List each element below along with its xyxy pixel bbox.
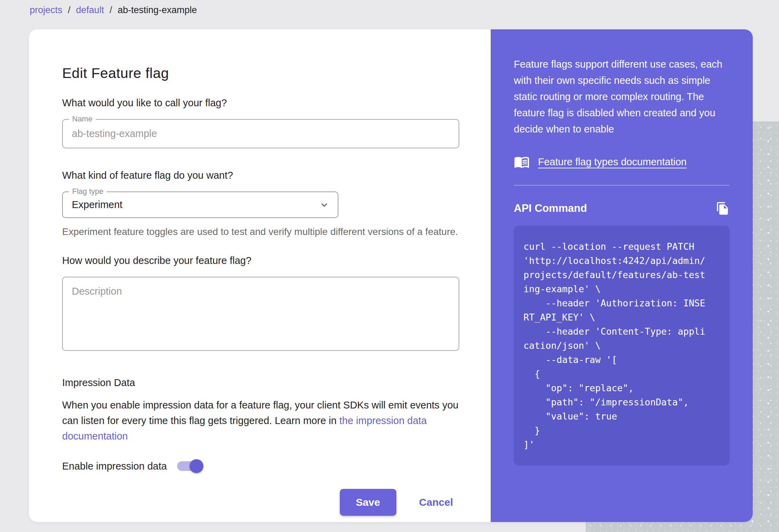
- breadcrumb-link-projects[interactable]: projects: [30, 5, 62, 16]
- name-question-label: What would you like to call your flag?: [62, 97, 458, 109]
- feature-flag-types-docs-link[interactable]: Feature flag types documentation: [538, 156, 686, 168]
- cancel-button[interactable]: Cancel: [418, 493, 454, 512]
- name-field-label: Name: [69, 115, 96, 124]
- flag-type-select[interactable]: Flag type Experiment: [62, 191, 338, 218]
- page-title: Edit Feature flag: [62, 65, 458, 81]
- flag-type-helper-text: Experiment feature toggles are used to t…: [62, 225, 459, 238]
- sidebar-divider: [514, 185, 730, 186]
- edit-feature-flag-form: Edit Feature flag What would you like to…: [29, 29, 491, 522]
- copy-button[interactable]: [716, 201, 730, 215]
- chevron-down-icon: [318, 199, 330, 211]
- breadcrumb-current: ab-testing-example: [118, 5, 197, 16]
- book-icon: [514, 154, 530, 170]
- info-sidebar: Feature flags support different use case…: [491, 29, 753, 522]
- enable-impression-toggle[interactable]: [177, 458, 201, 474]
- sidebar-description: Feature flags support different use case…: [514, 56, 730, 137]
- impression-data-description: When you enable impression data for a fe…: [62, 397, 459, 444]
- toggle-thumb: [190, 459, 203, 473]
- enable-impression-label: Enable impression data: [62, 461, 167, 472]
- name-input[interactable]: [63, 120, 459, 148]
- flag-type-label: Flag type: [69, 187, 107, 196]
- type-question-label: What kind of feature flag do you want?: [62, 170, 458, 181]
- breadcrumb-separator: /: [68, 5, 71, 16]
- breadcrumb-separator: /: [109, 5, 112, 16]
- save-button[interactable]: Save: [340, 489, 396, 516]
- api-command-heading: API Command: [514, 202, 587, 215]
- docs-link-row[interactable]: Feature flag types documentation: [514, 154, 730, 170]
- enable-impression-row: Enable impression data: [62, 458, 458, 474]
- copy-icon: [716, 201, 730, 215]
- description-input[interactable]: [63, 277, 459, 350]
- description-field[interactable]: [62, 277, 459, 351]
- impression-data-heading: Impression Data: [62, 377, 458, 388]
- edit-feature-flag-card: Edit Feature flag What would you like to…: [29, 29, 753, 522]
- breadcrumb-link-default[interactable]: default: [76, 5, 104, 16]
- api-command-code-block: curl --location --request PATCH 'http://…: [514, 226, 730, 465]
- form-actions: Save Cancel: [62, 489, 459, 516]
- name-field[interactable]: Name: [62, 119, 459, 148]
- description-question-label: How would you describe your feature flag…: [62, 255, 458, 266]
- breadcrumb: projects / default / ab-testing-example: [30, 5, 197, 16]
- curl-command: curl --location --request PATCH 'http://…: [523, 239, 720, 452]
- api-command-row: API Command: [514, 201, 730, 215]
